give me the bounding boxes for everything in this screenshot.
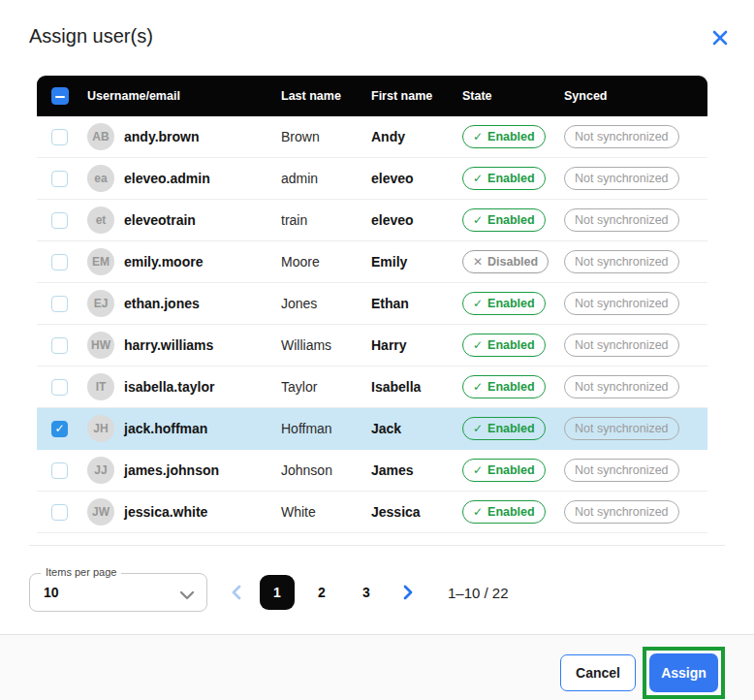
column-header-synced: Synced xyxy=(564,89,707,103)
chevron-down-icon xyxy=(179,587,195,604)
items-per-page-value: 10 xyxy=(44,574,59,611)
table-row[interactable]: ✓ HW harry.williams Williams Harry ✓ Ena… xyxy=(37,325,707,366)
synced-badge: Not synchronized xyxy=(564,208,679,232)
firstname-cell: Jessica xyxy=(371,504,462,520)
pagination: 1 2 3 1–10 / 22 xyxy=(221,575,509,610)
synced-badge: Not synchronized xyxy=(564,334,679,357)
synced-badge-label: Not synchronized xyxy=(575,130,669,143)
state-badge-label: Enabled xyxy=(487,505,535,519)
lastname-cell: Moore xyxy=(281,254,371,270)
page-button-2[interactable]: 2 xyxy=(304,575,339,610)
username-cell-text: emily.moore xyxy=(124,254,203,270)
column-header-state: State xyxy=(462,89,564,103)
column-header-lastname: Last name xyxy=(281,89,371,103)
table-header-row: Username/email Last name First name Stat… xyxy=(37,76,707,116)
assign-users-dialog: Assign user(s) Username/email Last name … xyxy=(0,0,754,700)
row-checkbox[interactable]: ✓ xyxy=(51,171,68,187)
username-cell-text: eleveotrain xyxy=(124,212,196,228)
page-button-3[interactable]: 3 xyxy=(349,575,384,610)
items-per-page-select[interactable]: Items per page 10 xyxy=(29,573,207,612)
state-badge-icon: ✓ xyxy=(473,131,483,143)
row-checkbox[interactable]: ✓ xyxy=(51,421,68,437)
select-all-checkbox[interactable] xyxy=(51,87,69,105)
synced-badge: Not synchronized xyxy=(564,459,679,482)
close-icon[interactable] xyxy=(709,27,731,48)
users-table: Username/email Last name First name Stat… xyxy=(37,76,707,533)
assign-button[interactable]: Assign xyxy=(649,653,718,692)
row-checkbox[interactable]: ✓ xyxy=(51,379,68,396)
state-badge: ✓ Enabled xyxy=(462,459,546,482)
username-cell-text: jack.hoffman xyxy=(124,421,207,436)
username-cell-text: eleveo.admin xyxy=(124,171,210,186)
cancel-button[interactable]: Cancel xyxy=(560,654,636,691)
table-row[interactable]: ✓ JJ james.johnson Johnson James ✓ Enabl… xyxy=(37,450,707,492)
row-checkbox[interactable]: ✓ xyxy=(51,504,68,521)
table-row[interactable]: ✓ AB andy.brown Brown Andy ✓ Enabled Not… xyxy=(37,116,707,158)
synced-badge: Not synchronized xyxy=(564,292,679,315)
avatar: et xyxy=(87,207,114,234)
synced-badge-label: Not synchronized xyxy=(575,297,669,310)
state-badge: ✓ Enabled xyxy=(462,167,546,190)
column-header-username: Username/email xyxy=(87,89,281,103)
state-badge-icon: ✓ xyxy=(473,214,483,226)
page-title: Assign user(s) xyxy=(29,25,153,48)
state-badge-label: Disabled xyxy=(487,255,538,269)
row-checkbox[interactable]: ✓ xyxy=(51,129,68,145)
username-cell-text: ethan.jones xyxy=(124,296,200,311)
avatar: EJ xyxy=(87,290,114,317)
avatar: HW xyxy=(87,332,114,359)
state-badge-label: Enabled xyxy=(487,297,535,310)
table-body: ✓ AB andy.brown Brown Andy ✓ Enabled Not… xyxy=(37,116,707,533)
lastname-cell: Taylor xyxy=(281,379,371,395)
table-row[interactable]: ✓ EJ ethan.jones Jones Ethan ✓ Enabled N… xyxy=(37,283,707,325)
row-checkbox[interactable]: ✓ xyxy=(51,254,68,270)
avatar: JH xyxy=(87,415,114,442)
state-badge-label: Enabled xyxy=(487,213,535,227)
next-page-icon[interactable] xyxy=(393,575,423,610)
synced-badge-label: Not synchronized xyxy=(575,422,669,435)
prev-page-icon[interactable] xyxy=(221,575,250,610)
lastname-cell: admin xyxy=(281,171,371,186)
state-badge: ✓ Enabled xyxy=(462,125,546,148)
state-badge-icon: ✓ xyxy=(473,381,483,393)
state-badge: ✓ Enabled xyxy=(462,334,546,357)
row-checkbox[interactable]: ✓ xyxy=(51,462,68,479)
dialog-footer: Cancel Assign xyxy=(0,634,754,700)
state-badge-label: Enabled xyxy=(487,172,535,185)
firstname-cell: Ethan xyxy=(371,296,462,311)
row-checkbox[interactable]: ✓ xyxy=(51,296,68,312)
synced-badge-label: Not synchronized xyxy=(575,505,669,519)
table-row[interactable]: ✓ ea eleveo.admin admin eleveo ✓ Enabled… xyxy=(37,158,707,200)
state-badge-icon: ✓ xyxy=(473,339,483,351)
firstname-cell: Jack xyxy=(371,421,462,436)
synced-badge: Not synchronized xyxy=(564,167,679,190)
avatar: EM xyxy=(87,248,114,275)
synced-badge-label: Not synchronized xyxy=(575,380,669,394)
lastname-cell: Hoffman xyxy=(281,421,371,436)
state-badge-icon: ✓ xyxy=(473,506,483,518)
firstname-cell: eleveo xyxy=(371,212,462,228)
table-row[interactable]: ✓ EM emily.moore Moore Emily ✕ Disabled … xyxy=(37,241,707,283)
avatar: ea xyxy=(87,165,114,192)
row-checkbox[interactable]: ✓ xyxy=(51,337,68,354)
table-row[interactable]: ✓ JH jack.hoffman Hoffman Jack ✓ Enabled… xyxy=(37,408,707,450)
synced-badge-label: Not synchronized xyxy=(575,213,669,227)
state-badge: ✓ Enabled xyxy=(462,375,546,398)
table-row[interactable]: ✓ IT isabella.taylor Taylor Isabella ✓ E… xyxy=(37,366,707,408)
page-button-1[interactable]: 1 xyxy=(260,575,295,610)
lastname-cell: train xyxy=(281,212,371,228)
avatar: AB xyxy=(87,123,114,150)
state-badge-label: Enabled xyxy=(487,380,535,394)
username-cell-text: isabella.taylor xyxy=(124,379,214,395)
state-badge: ✓ Enabled xyxy=(462,417,546,440)
synced-badge: Not synchronized xyxy=(564,125,679,148)
divider xyxy=(29,545,725,546)
row-checkbox[interactable]: ✓ xyxy=(51,212,68,229)
state-badge-label: Enabled xyxy=(487,463,535,477)
state-badge-label: Enabled xyxy=(487,422,535,435)
table-row[interactable]: ✓ et eleveotrain train eleveo ✓ Enabled … xyxy=(37,200,707,241)
synced-badge-label: Not synchronized xyxy=(575,172,669,185)
table-row[interactable]: ✓ JW jessica.white White Jessica ✓ Enabl… xyxy=(37,492,707,533)
username-cell-text: andy.brown xyxy=(124,129,200,144)
username-cell-text: harry.williams xyxy=(124,337,213,353)
